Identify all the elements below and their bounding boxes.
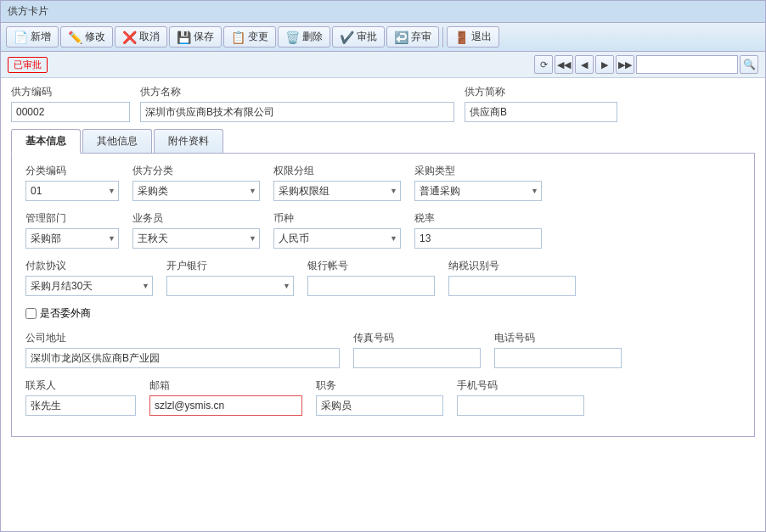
- bank-field: 开户银行: [166, 259, 294, 296]
- fax-field: 传真号码: [353, 331, 481, 368]
- save-label: 保存: [194, 30, 214, 44]
- supplier-abbr-group: 供方简称: [465, 85, 617, 122]
- new-button[interactable]: 📄 新增: [6, 26, 59, 48]
- nav-search-input[interactable]: [636, 55, 738, 74]
- dept-select-wrap: 采购部: [25, 228, 119, 249]
- main-window: 供方卡片 📄 新增 ✏️ 修改 ❌ 取消 💾 保存 📋 变更 🗑️ 删除 ✔️: [0, 0, 766, 532]
- edit-label: 修改: [85, 30, 105, 44]
- email-label: 邮箱: [149, 378, 302, 393]
- phone-input[interactable]: [494, 348, 622, 368]
- supplier-code-label: 供方编码: [11, 85, 130, 99]
- cancel-button[interactable]: ❌ 取消: [115, 26, 167, 48]
- save-button[interactable]: 💾 保存: [169, 26, 222, 48]
- payment-select[interactable]: 采购月结30天: [25, 276, 153, 296]
- mobile-label: 手机号码: [457, 378, 584, 393]
- nav-search-button[interactable]: 🔍: [740, 55, 758, 74]
- prev-button[interactable]: ◀: [575, 55, 594, 74]
- dept-select[interactable]: 采购部: [25, 228, 119, 249]
- exit-button[interactable]: 🚪 退出: [447, 26, 499, 48]
- tax-rate-field: 税率: [414, 211, 542, 249]
- supplier-abbr-input[interactable]: [465, 102, 617, 122]
- supplier-category-select[interactable]: 采购类: [132, 181, 260, 201]
- purchase-type-select[interactable]: 普通采购: [414, 181, 542, 201]
- position-input[interactable]: [316, 395, 443, 416]
- salesperson-label: 业务员: [132, 211, 260, 226]
- new-icon: 📄: [14, 31, 28, 44]
- delete-label: 删除: [302, 30, 323, 44]
- currency-select[interactable]: 人民币: [273, 228, 401, 249]
- salesperson-select[interactable]: 王秋天: [132, 228, 260, 249]
- category-code-select[interactable]: 01: [25, 181, 119, 201]
- category-code-label: 分类编码: [25, 164, 119, 178]
- first-button[interactable]: ◀◀: [555, 55, 573, 74]
- approve-icon: ✔️: [340, 31, 354, 44]
- edit-button[interactable]: ✏️ 修改: [60, 26, 113, 48]
- dept-label: 管理部门: [25, 211, 119, 226]
- tab-bar: 基本信息 其他信息 附件资料: [11, 129, 755, 154]
- dept-field: 管理部门 采购部: [25, 211, 119, 249]
- supplier-name-input[interactable]: [140, 102, 454, 122]
- currency-label: 币种: [273, 211, 401, 226]
- status-bar: 已审批 ⟳ ◀◀ ◀ ▶ ▶▶ 🔍: [1, 52, 765, 78]
- purchase-type-select-wrap: 普通采购: [414, 181, 542, 201]
- tab-attachment[interactable]: 附件资料: [154, 129, 223, 153]
- email-input[interactable]: [149, 395, 302, 416]
- change-icon: 📋: [231, 31, 245, 44]
- tax-id-label: 纳税识别号: [448, 259, 576, 273]
- tab-basic[interactable]: 基本信息: [11, 129, 81, 154]
- form-row-3: 付款协议 采购月结30天 开户银行 银: [25, 259, 741, 296]
- supplier-name-label: 供方名称: [140, 85, 454, 99]
- tax-rate-label: 税率: [414, 211, 542, 226]
- supplier-name-group: 供方名称: [140, 85, 454, 122]
- foreign-checkbox[interactable]: [25, 308, 37, 319]
- abandon-label: 弃审: [411, 30, 431, 44]
- permission-group-select[interactable]: 采购权限组: [273, 181, 401, 201]
- contact-input[interactable]: [25, 395, 136, 416]
- next-button[interactable]: ▶: [595, 55, 614, 74]
- bank-select[interactable]: [166, 276, 294, 296]
- contact-row: 联系人 邮箱 职务 手机号码: [25, 378, 741, 416]
- change-button[interactable]: 📋 变更: [223, 26, 276, 48]
- status-badge: 已审批: [8, 57, 48, 73]
- supplier-category-field: 供方分类 采购类: [132, 164, 260, 201]
- supplier-code-input[interactable]: [11, 102, 130, 122]
- currency-select-wrap: 人民币: [273, 228, 401, 249]
- purchase-type-field: 采购类型 普通采购: [414, 164, 542, 201]
- save-icon: 💾: [177, 31, 191, 44]
- bank-label: 开户银行: [166, 259, 294, 273]
- purchase-type-label: 采购类型: [414, 164, 542, 178]
- form-row-1: 分类编码 01 供方分类 采购类 权限分: [25, 164, 741, 201]
- category-code-select-wrap: 01: [25, 181, 119, 201]
- email-field: 邮箱: [149, 378, 302, 416]
- refresh-button[interactable]: ⟳: [534, 55, 553, 74]
- position-label: 职务: [316, 378, 443, 393]
- tax-rate-input[interactable]: [414, 228, 542, 249]
- tax-id-input[interactable]: [448, 276, 576, 296]
- approve-label: 审批: [357, 30, 377, 44]
- category-code-field: 分类编码 01: [25, 164, 119, 201]
- permission-group-select-wrap: 采购权限组: [273, 181, 401, 201]
- mobile-field: 手机号码: [457, 378, 584, 416]
- approve-button[interactable]: ✔️ 审批: [332, 26, 385, 48]
- nav-controls: ⟳ ◀◀ ◀ ▶ ▶▶ 🔍: [534, 55, 758, 74]
- tab-other[interactable]: 其他信息: [82, 129, 152, 153]
- abandon-button[interactable]: ↩️ 弃审: [386, 26, 439, 48]
- mobile-input[interactable]: [457, 395, 584, 416]
- salesperson-field: 业务员 王秋天: [132, 211, 260, 249]
- address-input[interactable]: [25, 348, 340, 368]
- delete-button[interactable]: 🗑️ 删除: [278, 26, 330, 48]
- header-fields: 供方编码 供方名称 供方简称: [11, 85, 755, 122]
- address-label: 公司地址: [25, 331, 340, 345]
- phone-field: 电话号码: [494, 331, 622, 368]
- last-button[interactable]: ▶▶: [616, 55, 634, 74]
- fax-label: 传真号码: [353, 331, 481, 345]
- tax-id-field: 纳税识别号: [448, 259, 576, 296]
- fax-input[interactable]: [353, 348, 481, 368]
- permission-group-field: 权限分组 采购权限组: [273, 164, 401, 201]
- tab-content-basic: 分类编码 01 供方分类 采购类 权限分: [11, 154, 755, 437]
- exit-label: 退出: [471, 30, 492, 44]
- permission-group-label: 权限分组: [273, 164, 401, 178]
- phone-label: 电话号码: [494, 331, 622, 345]
- bank-account-input[interactable]: [307, 276, 435, 296]
- bank-account-label: 银行帐号: [307, 259, 435, 273]
